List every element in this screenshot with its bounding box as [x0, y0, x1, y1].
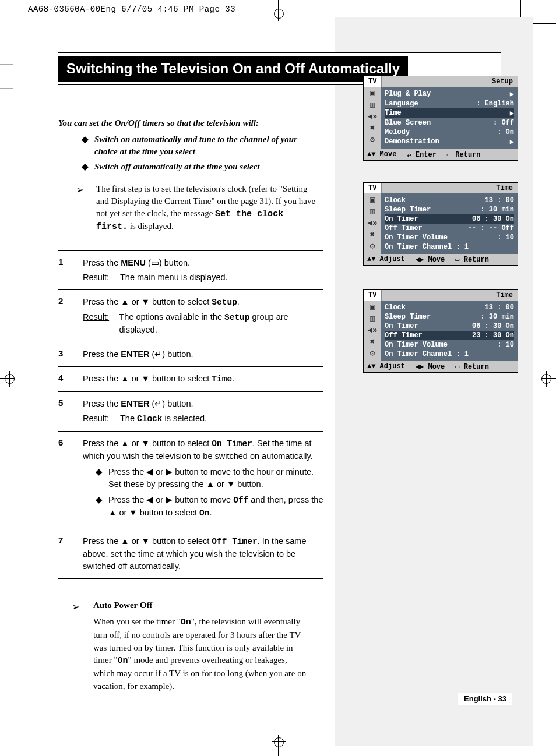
- osd-row-label: On Timer Channel : 1: [385, 350, 469, 358]
- osd-row: Clock13 : 00: [385, 196, 514, 205]
- registration-mark: [541, 374, 551, 384]
- osd-hint: ▲▼ Move: [367, 150, 396, 159]
- osd-rows: Plug & Play▶Language: EnglishTime▶Blue S…: [381, 87, 518, 149]
- t: Setup: [224, 313, 250, 322]
- auto-text: When you set the timer "On", the televis…: [93, 616, 309, 693]
- step-3: 3 Press the ENTER (↵) button.: [58, 342, 323, 366]
- page-footer: English - 33: [458, 693, 512, 705]
- osd-body: ▣ ▥ ◀» ✖ ⚙ Clock13 : 00Sleep Timer: 30 m…: [364, 193, 518, 254]
- osd-body: ▣ ▥ ◀» ✖ ⚙ Clock13 : 00Sleep Timer: 30 m…: [364, 301, 518, 361]
- osd-row-label: Sleep Timer: [385, 313, 431, 321]
- osd-row-value: : On: [497, 128, 514, 136]
- osd-row: On Timer Channel : 1: [385, 349, 514, 359]
- sound-icon: ◀»: [368, 112, 378, 121]
- osd-row-value: ▶: [510, 137, 514, 146]
- osd-row: Sleep Timer: 30 min: [385, 205, 514, 214]
- osd-footer: ▲▼ Move ↵ Enter ▭ Return: [364, 149, 518, 160]
- osd-row: Off Timer-- : -- Off: [385, 224, 514, 233]
- step-number: 4: [58, 373, 83, 386]
- result-text: The main menu is displayed.: [120, 271, 228, 284]
- osd-row-label: On Timer Volume: [385, 341, 448, 349]
- t: Press the ◀ or ▶ button to move: [108, 495, 233, 504]
- sub-bullet: ◆ Press the ◀ or ▶ button to move Off an…: [96, 494, 323, 520]
- osd-tab: TV: [364, 290, 382, 301]
- osd-title: Setup: [382, 76, 518, 87]
- step-number: 6: [58, 437, 83, 523]
- osd-row-value: ▶: [510, 109, 514, 118]
- registration-mark: [274, 737, 284, 747]
- osd-row: On Timer06 : 30 On: [385, 322, 514, 331]
- crop-mark: [533, 23, 556, 24]
- page-title: Switching the Television On and Off Auto…: [58, 56, 408, 82]
- osd-time-off: TV Time ▣ ▥ ◀» ✖ ⚙ Clock13 : 00Sleep Tim…: [363, 289, 518, 373]
- picture-icon: ▥: [370, 315, 375, 323]
- t: Press the: [83, 258, 121, 267]
- enter-icon: ↵: [154, 399, 162, 408]
- tv-icon: ▣: [370, 89, 375, 97]
- t: On: [199, 508, 209, 518]
- osd-row-value: 13 : 00: [485, 196, 514, 204]
- osd-row: On Timer Volume: 10: [385, 340, 514, 349]
- setup-icon: ⚙: [370, 136, 375, 144]
- step-body: Press the MENU (▭) button. Result: The m…: [83, 257, 323, 284]
- t: Press the: [83, 399, 121, 408]
- osd-hint: ◀▶ Move: [416, 255, 445, 264]
- osd-row-label: Language: [385, 100, 418, 108]
- sound-icon: ◀»: [368, 219, 378, 227]
- note-post: is displayed.: [128, 221, 174, 231]
- print-header: AA68-03660A-00Eng 6/7/05 4:46 PM Page 33: [28, 5, 235, 14]
- t: Press the: [83, 349, 121, 359]
- osd-time-on: TV Time ▣ ▥ ◀» ✖ ⚙ Clock13 : 00Sleep Tim…: [363, 182, 518, 266]
- channel-icon: ✖: [370, 124, 375, 132]
- osd-row-value: 13 : 00: [485, 303, 514, 312]
- crop-mark: [520, 0, 521, 17]
- left-tab: [0, 64, 13, 89]
- step-body: Press the ▲ or ▼ button to select Time.: [83, 373, 323, 386]
- osd-row-label: Blue Screen: [385, 119, 431, 127]
- crop-tick: [0, 280, 10, 280]
- osd-hint: ▭ Return: [455, 255, 489, 264]
- osd-row-label: Clock: [385, 303, 406, 312]
- osd-row-label: Time: [385, 109, 402, 118]
- osd-row-label: Off Timer: [385, 331, 423, 340]
- diamond-icon: ◆: [82, 161, 89, 172]
- t: Press the ▲ or ▼ button to select: [83, 374, 212, 383]
- osd-row-value: : 10: [497, 234, 514, 242]
- bullet: ◆ Switch on automatically and tune to th…: [82, 133, 315, 157]
- osd-row-label: On Timer: [385, 215, 418, 223]
- t: ) button.: [162, 349, 193, 359]
- osd-icons: ▣ ▥ ◀» ✖ ⚙: [364, 193, 381, 254]
- picture-icon: ▥: [370, 207, 375, 216]
- osd-row-label: On Timer: [385, 322, 418, 330]
- t: .: [209, 508, 212, 517]
- auto-title: Auto Power Off: [93, 599, 309, 612]
- osd-icons: ▣ ▥ ◀» ✖ ⚙: [364, 87, 381, 149]
- osd-row-value: : 30 min: [480, 206, 514, 214]
- bullet-text: Switch on automatically and tune to the …: [94, 133, 315, 157]
- t: Press the ◀ or ▶ button to move Off and …: [108, 494, 323, 520]
- auto-body: Auto Power Off When you set the timer "O…: [93, 599, 309, 693]
- osd-row-value: 06 : 30 On: [472, 215, 514, 223]
- bullet: ◆ Switch off automatically at the time y…: [82, 161, 315, 172]
- bullet-text: Switch off automatically at the time you…: [94, 161, 259, 172]
- enter-icon: ↵: [154, 349, 162, 359]
- osd-row-label: Sleep Timer: [385, 206, 431, 214]
- step-number: 2: [58, 296, 83, 336]
- osd-hint: ↵ Enter: [407, 150, 436, 159]
- setup-icon: ⚙: [370, 242, 375, 250]
- osd-row-label: Plug & Play: [385, 90, 431, 98]
- picture-icon: ▥: [370, 101, 375, 109]
- t: ENTER: [121, 399, 149, 408]
- osd-row-label: Clock: [385, 196, 406, 204]
- osd-row: On Timer Volume: 10: [385, 233, 514, 242]
- diamond-icon: ◆: [96, 466, 103, 490]
- t: (: [149, 399, 154, 408]
- t: Press the ▲ or ▼ button to select: [83, 439, 212, 448]
- step-6: 6 Press the ▲ or ▼ button to select On T…: [58, 431, 323, 529]
- t: .: [232, 374, 234, 383]
- osd-header: TV Time: [364, 183, 518, 193]
- menu-icon: ▭: [151, 258, 159, 267]
- auto-power-off: ➢ Auto Power Off When you set the timer …: [58, 599, 309, 693]
- t: Press the ◀ or ▶ button to move to the h…: [108, 466, 323, 490]
- tv-icon: ▣: [370, 196, 375, 204]
